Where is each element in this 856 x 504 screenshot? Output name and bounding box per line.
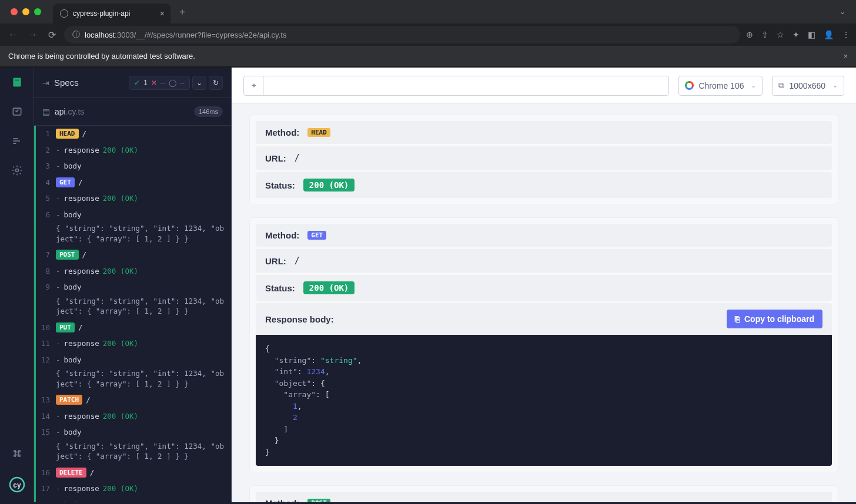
- api-card: Method:GETURL:/Status:200 (OK)Response b…: [249, 217, 838, 472]
- nav-rail: cy: [0, 68, 34, 502]
- pass-icon: ✓: [134, 79, 140, 87]
- method-value: HEAD: [307, 128, 330, 137]
- log-content: GET/: [56, 177, 82, 188]
- url-label: URL:: [265, 153, 286, 163]
- method-label: Method:: [265, 498, 299, 502]
- traffic-lights: [6, 8, 46, 15]
- window-minimize-icon[interactable]: [22, 8, 29, 15]
- share-icon[interactable]: ⇪: [761, 30, 768, 39]
- log-row[interactable]: 2-response 200 (OK): [36, 142, 231, 159]
- log-row[interactable]: 6-body { "string": "string", "int": 1234…: [36, 207, 231, 247]
- log-line-number: 9: [41, 282, 56, 317]
- zoom-icon[interactable]: ⊕: [746, 30, 753, 39]
- tab-close-icon[interactable]: ×: [160, 9, 165, 18]
- log-row[interactable]: 13PATCH/: [36, 392, 231, 408]
- copy-button[interactable]: ⎘Copy to clipboard: [727, 310, 822, 328]
- log-row[interactable]: 4GET/: [36, 174, 231, 191]
- forward-icon: →: [26, 27, 40, 42]
- method-label: Method:: [265, 127, 299, 137]
- runs-tab-icon[interactable]: [11, 105, 24, 118]
- log-content: -body { "string": "string", "int": 1234,…: [56, 355, 225, 389]
- url-label: URL:: [265, 256, 286, 266]
- sidebar-title[interactable]: ⇥ Specs: [42, 78, 79, 88]
- specs-tab-icon[interactable]: [11, 76, 24, 89]
- log-row[interactable]: 14-response 200 (OK): [36, 408, 231, 425]
- browser-chrome: cypress-plugin-api × ＋ ⌄ ← → ⟳ ⓘ localho…: [0, 0, 856, 68]
- log-row[interactable]: 8-response 200 (OK): [36, 263, 231, 280]
- method-badge: PUT: [56, 322, 75, 332]
- log-row[interactable]: 17-response 200 (OK): [36, 481, 231, 497]
- spec-file-row[interactable]: ▤ api.cy.ts 146ms: [34, 98, 231, 126]
- browser-tab[interactable]: cypress-plugin-api ×: [53, 4, 170, 23]
- log-line-number: 1: [41, 129, 56, 139]
- bookmark-icon[interactable]: ☆: [777, 30, 784, 39]
- log-row[interactable]: 5-response 200 (OK): [36, 190, 231, 207]
- log-row[interactable]: 11-response 200 (OK): [36, 335, 231, 352]
- reload-icon[interactable]: ⟳: [46, 27, 58, 43]
- pending-icon: ◯: [169, 79, 176, 87]
- log-content: -response 200 (OK): [56, 266, 138, 277]
- site-info-icon[interactable]: ⓘ: [72, 29, 80, 40]
- extensions-icon[interactable]: ✦: [793, 30, 800, 39]
- back-icon[interactable]: ←: [6, 27, 20, 42]
- log-content: HEAD/: [56, 129, 86, 139]
- infobar-close-icon[interactable]: ×: [843, 52, 848, 61]
- svg-text:cy: cy: [13, 481, 21, 489]
- tabs-dropdown-icon[interactable]: ⌄: [840, 8, 845, 16]
- cypress-app: cy ⇥ Specs ✓ 1 ✕ -- ◯ -- ⌄ ↻: [0, 68, 856, 502]
- fail-icon: ✕: [151, 79, 157, 87]
- svg-rect-1: [14, 79, 19, 81]
- response-body-header: Response body:⎘Copy to clipboard: [256, 303, 832, 335]
- log-row[interactable]: 15-body { "string": "string", "int": 123…: [36, 424, 231, 465]
- side-panel-icon[interactable]: ◧: [808, 30, 815, 39]
- log-row[interactable]: 18-body: [36, 497, 231, 503]
- log-row[interactable]: 16DELETE/: [36, 465, 231, 481]
- log-content: -body: [56, 500, 82, 503]
- debug-tab-icon[interactable]: [11, 135, 24, 147]
- browser-selector[interactable]: Chrome 106 ⌄: [678, 76, 763, 96]
- kebab-menu-icon[interactable]: ⋮: [842, 30, 850, 39]
- viewport-icon: ⧉: [778, 80, 784, 90]
- fail-count: --: [160, 79, 165, 87]
- tab-title: cypress-plugin-api: [73, 9, 130, 18]
- log-row[interactable]: 12-body { "string": "string", "int": 123…: [36, 352, 231, 392]
- window-maximize-icon[interactable]: [34, 8, 41, 15]
- profile-icon[interactable]: 👤: [824, 30, 834, 39]
- expand-icon: ⇥: [42, 78, 49, 88]
- aut-url-input[interactable]: [264, 76, 668, 95]
- selector-playground-icon[interactable]: ⌖: [244, 76, 264, 95]
- settings-tab-icon[interactable]: [11, 164, 24, 177]
- cypress-logo-icon[interactable]: cy: [9, 476, 25, 493]
- aut-url-bar[interactable]: ⌖: [243, 76, 669, 96]
- options-dropdown[interactable]: ⌄: [192, 76, 206, 90]
- log-row[interactable]: 10PUT/: [36, 320, 231, 336]
- tab-strip: cypress-plugin-api × ＋ ⌄: [0, 0, 856, 23]
- keyboard-shortcuts-icon[interactable]: [11, 447, 24, 460]
- log-row[interactable]: 9-body { "string": "string", "int": 1234…: [36, 279, 231, 320]
- log-line-number: 18: [41, 500, 56, 503]
- method-value: POST: [307, 499, 330, 502]
- log-line-number: 14: [41, 411, 56, 422]
- new-tab-button[interactable]: ＋: [178, 6, 187, 18]
- rerun-button[interactable]: ↻: [209, 76, 223, 90]
- method-value: GET: [307, 231, 326, 240]
- log-row[interactable]: 1HEAD/: [36, 126, 231, 142]
- log-row[interactable]: 7POST/: [36, 247, 231, 263]
- log-line-number: 11: [41, 338, 56, 349]
- status-value: 200 (OK): [303, 179, 355, 191]
- cypress-favicon-icon: [60, 9, 68, 18]
- viewport-selector[interactable]: ⧉ 1000x660 ⌄: [772, 76, 844, 96]
- window-close-icon[interactable]: [11, 8, 18, 15]
- response-body-label: Response body:: [265, 314, 334, 324]
- status-label: Status:: [265, 180, 295, 190]
- url-bar[interactable]: ⓘ localhost:3003/__/#/specs/runner?file=…: [64, 26, 740, 43]
- log-content: -response 200 (OK): [56, 411, 138, 422]
- log-content: -response 200 (OK): [56, 145, 138, 156]
- file-ext: .cy.ts: [66, 107, 85, 116]
- log-row[interactable]: 3-body: [36, 158, 231, 174]
- status-value: 200 (OK): [303, 281, 355, 294]
- chevron-down-icon: ⌄: [832, 82, 838, 89]
- pass-count: 1: [143, 79, 148, 87]
- log-content: PUT/: [56, 322, 82, 333]
- log-line-number: 4: [41, 177, 56, 188]
